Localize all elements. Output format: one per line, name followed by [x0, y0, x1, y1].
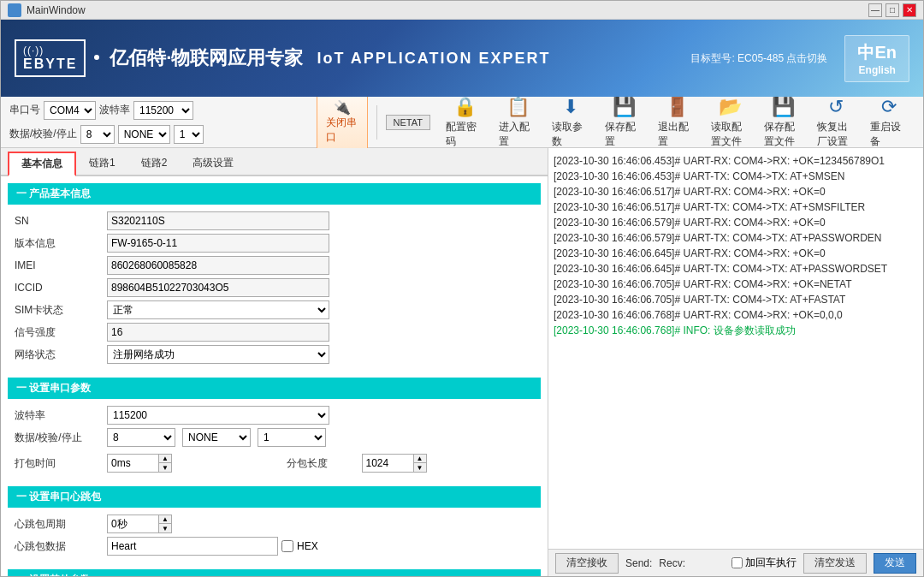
- log-line: [2023-10-30 16:46:06.453]# UART-RX: COM4…: [554, 153, 918, 169]
- tab-basic-info[interactable]: 基本信息: [8, 152, 76, 176]
- hb-data-label: 心跳包数据: [15, 539, 100, 554]
- network-select[interactable]: 注册网络成功: [107, 345, 329, 364]
- network-label: 网络状态: [15, 348, 100, 362]
- slogan: IoT APPLICATION EXPERT: [317, 50, 550, 68]
- restart-icon: ⟳: [881, 96, 897, 118]
- read-params-icon: ⬇: [563, 96, 578, 118]
- clear-send-button[interactable]: 清空发送: [803, 553, 867, 574]
- read-file-label: 读取配置文件: [711, 120, 749, 149]
- close-port-label: 关闭串口: [326, 116, 358, 145]
- exit-config-button[interactable]: 🚪 退出配置: [651, 92, 702, 152]
- baud-label: 波特率: [99, 103, 130, 117]
- tab-advanced[interactable]: 高级设置: [180, 152, 246, 175]
- close-port-button[interactable]: 🔌 关闭串口: [317, 95, 368, 149]
- hb-cycle-spinbox: ▲ ▼: [107, 515, 534, 533]
- separator-1: [376, 105, 377, 140]
- log-line: [2023-10-30 16:46:06.517]# UART-TX: COM4…: [554, 199, 918, 215]
- pack-time-down[interactable]: ▼: [159, 463, 171, 472]
- read-file-icon: 📂: [719, 96, 742, 118]
- parity-type-select[interactable]: NONE: [182, 428, 251, 447]
- restart-button[interactable]: ⟳ 重启设备: [863, 92, 915, 152]
- iccid-input[interactable]: [107, 278, 329, 297]
- enter-config-button[interactable]: 📋 进入配置: [492, 92, 543, 152]
- pack-time-input[interactable]: [107, 454, 158, 473]
- send-button[interactable]: 发送: [874, 553, 916, 574]
- minimize-button[interactable]: —: [868, 3, 882, 17]
- clear-recv-button[interactable]: 清空接收: [555, 553, 619, 574]
- log-line: [2023-10-30 16:46:06.768]# UART-RX: COM4…: [554, 307, 918, 323]
- baud-rate-label: 波特率: [15, 408, 100, 423]
- port-select[interactable]: COM4: [44, 101, 96, 120]
- hex-checkbox[interactable]: [281, 540, 293, 552]
- log-line: [2023-10-30 16:46:06.579]# UART-TX: COM4…: [554, 230, 918, 246]
- exit-config-icon: 🚪: [666, 96, 689, 118]
- read-params-button[interactable]: ⬇ 读取参数: [545, 92, 596, 152]
- stop-select[interactable]: 1: [174, 125, 204, 144]
- sim-status-field: 正常: [107, 300, 534, 319]
- sn-field: [107, 211, 534, 230]
- log-line: [2023-10-30 16:46:06.645]# UART-TX: COM4…: [554, 261, 918, 277]
- signal-input[interactable]: [107, 323, 329, 342]
- iccid-label: ICCID: [15, 282, 100, 294]
- save-config-icon: 💾: [613, 96, 636, 118]
- save-config-button[interactable]: 💾 保存配置: [598, 92, 649, 152]
- baud-select[interactable]: 115200: [133, 101, 193, 120]
- registered-mark: [94, 55, 99, 60]
- sim-status-label: SIM卡状态: [15, 303, 100, 318]
- pack-time-up[interactable]: ▲: [159, 455, 171, 463]
- exit-config-label: 退出配置: [658, 120, 696, 149]
- restore-label: 恢复出厂设置: [817, 120, 855, 149]
- restart-label: 重启设备: [870, 120, 908, 149]
- add-newline-check[interactable]: [732, 557, 743, 568]
- data-select[interactable]: 8: [80, 125, 115, 144]
- app-icon: [8, 3, 21, 17]
- parity-select[interactable]: NONE: [118, 125, 170, 144]
- ebyte-text: EBYTE: [23, 57, 77, 72]
- log-line: [2023-10-30 16:46:06.768]# INFO: 设备参数读取成…: [554, 323, 918, 338]
- hb-data-input[interactable]: [107, 537, 278, 556]
- log-line: [2023-10-30 16:46:06.705]# UART-TX: COM4…: [554, 292, 918, 307]
- baud-rate-field: 115200: [107, 406, 534, 425]
- pack-len-down[interactable]: ▼: [414, 463, 426, 472]
- pack-len-up[interactable]: ▲: [414, 455, 426, 463]
- window-title: MainWindow: [27, 4, 868, 16]
- language-button[interactable]: 中En English: [844, 35, 909, 82]
- data-bits-select[interactable]: 8: [107, 428, 175, 447]
- baud-rate-select[interactable]: 115200: [107, 406, 329, 425]
- version-field: [107, 234, 534, 253]
- sn-input[interactable]: [107, 211, 329, 230]
- hb-cycle-input[interactable]: [107, 515, 158, 533]
- restore-factory-button[interactable]: ↺ 恢复出厂设置: [810, 92, 862, 152]
- sim-status-select[interactable]: 正常: [107, 300, 329, 319]
- netat-label: NETAT: [386, 115, 430, 130]
- stop-bits-select[interactable]: 1: [258, 428, 326, 447]
- pack-len-input[interactable]: [362, 454, 413, 473]
- tab-link2[interactable]: 链路2: [128, 152, 181, 175]
- data-parity-field: 8 NONE 1: [107, 428, 534, 447]
- signal-field: [107, 323, 534, 342]
- close-button[interactable]: ✕: [903, 3, 916, 17]
- maximize-button[interactable]: □: [886, 3, 899, 17]
- hb-cycle-label: 心跳包周期: [15, 517, 100, 532]
- tab-link1[interactable]: 链路1: [76, 152, 128, 175]
- toolbar: 串口号 COM4 波特率 115200 数据/校验/停止 8 NONE 1: [1, 97, 923, 148]
- product-info-header: 一 产品基本信息: [8, 183, 541, 205]
- version-input[interactable]: [107, 234, 329, 253]
- hb-cycle-up[interactable]: ▲: [159, 515, 171, 524]
- company-name: 亿佰特·物联网应用专家: [110, 45, 303, 71]
- hb-cycle-down[interactable]: ▼: [159, 524, 171, 532]
- imei-input[interactable]: [107, 256, 329, 275]
- read-config-file-button[interactable]: 📂 读取配置文件: [704, 92, 755, 152]
- save-file-icon: 💾: [772, 96, 795, 118]
- target-model[interactable]: 目标型号: EC05-485 点击切换: [690, 51, 827, 66]
- panel-content: 一 产品基本信息 SN 版本信息 IMEI: [1, 176, 548, 576]
- log-area[interactable]: [2023-10-30 16:46:06.453]# UART-RX: COM4…: [548, 148, 923, 549]
- config-password-button[interactable]: 🔒 配置密码: [439, 92, 490, 152]
- sn-label: SN: [15, 215, 100, 227]
- save-config-file-button[interactable]: 💾 保存配置文件: [757, 92, 808, 152]
- send-label: Send:: [625, 557, 652, 569]
- iccid-field: [107, 278, 534, 297]
- restore-icon: ↺: [828, 96, 844, 118]
- port-label: 串口号: [9, 103, 40, 117]
- data-label: 数据/校验/停止: [9, 127, 77, 141]
